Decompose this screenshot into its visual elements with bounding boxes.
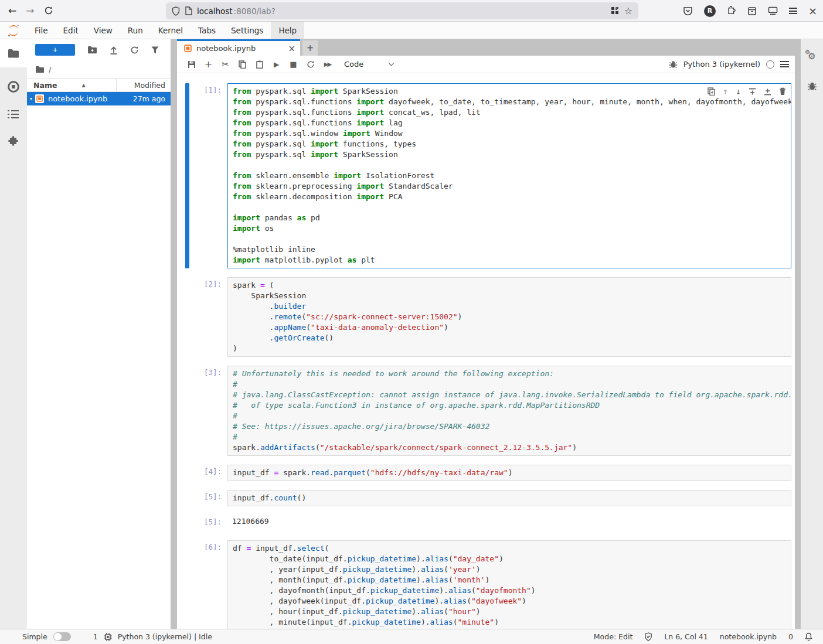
cell-editor[interactable]: from pyspark.sql import SparkSessionfrom… [227, 83, 791, 268]
cut-cell-icon[interactable]: ✂ [217, 59, 234, 70]
column-name[interactable]: Name ▲ [27, 79, 117, 91]
file-list-item[interactable]: • notebook.ipynb 27m ago [27, 92, 171, 105]
cell-editor[interactable]: spark = ( SparkSession .builder .remote(… [227, 277, 791, 357]
unsaved-changes-dot: • [27, 95, 35, 103]
page-info-icon[interactable] [185, 6, 192, 15]
menu-settings[interactable]: Settings [223, 22, 271, 39]
file-list-header: Name ▲ Modified [27, 78, 171, 92]
menu-edit[interactable]: Edit [56, 22, 86, 39]
running-sessions-icon[interactable] [7, 80, 20, 93]
menu-kernel[interactable]: Kernel [151, 22, 191, 39]
app-menu-icon[interactable] [789, 6, 797, 16]
debugger-sidebar-icon[interactable] [807, 81, 817, 91]
cell-toolbar: ↑↓ [704, 86, 786, 97]
restart-run-all-icon[interactable]: ▶▶ [319, 61, 336, 67]
add-cell-icon[interactable]: + [200, 59, 217, 70]
kernel-chip-icon[interactable] [104, 633, 112, 641]
restart-kernel-icon[interactable] [302, 60, 319, 69]
statusbar-filename[interactable]: notebook.ipynb [720, 632, 777, 641]
extension-manager-icon[interactable] [8, 135, 19, 147]
menu-run[interactable]: Run [120, 22, 151, 39]
new-folder-icon[interactable] [87, 46, 97, 54]
code-line: from pyspark.sql.functions import lag [233, 118, 786, 128]
stop-kernel-icon[interactable]: ■ [285, 60, 302, 69]
pocket-icon[interactable] [683, 6, 693, 16]
table-of-contents-icon[interactable] [8, 110, 19, 119]
menu-file[interactable]: File [27, 22, 56, 39]
cell-collapser[interactable] [185, 83, 189, 268]
profile-avatar[interactable]: R [704, 5, 716, 17]
execution-prompt: [1]: [185, 83, 227, 268]
breadcrumb-root[interactable]: / [49, 65, 51, 74]
cell-editor[interactable]: # Unfortunately this is needed to work a… [227, 366, 791, 456]
cell-editor[interactable]: input_df.count() [227, 490, 791, 506]
bookmark-star-icon[interactable]: ☆ [624, 5, 632, 16]
code-line: .remote("sc://spark-connect-server:15002… [233, 312, 786, 322]
debugger-icon[interactable] [669, 60, 678, 69]
back-icon[interactable]: ← [8, 6, 16, 16]
mode-indicator[interactable]: Mode: Edit [594, 632, 632, 641]
code-line: # [233, 379, 786, 390]
filter-icon[interactable] [151, 46, 159, 54]
cell-editor[interactable]: df = input_df.select( to_date(input_df.p… [227, 540, 791, 629]
home-folder-icon[interactable] [35, 66, 45, 73]
code-line: , month(input_df.pickup_datetime).alias(… [233, 575, 786, 585]
execution-prompt: [2]: [185, 277, 227, 357]
code-line: # Unfortunately this is needed to work a… [233, 369, 786, 379]
column-modified[interactable]: Modified [117, 81, 171, 90]
menu-tabs[interactable]: Tabs [191, 22, 223, 39]
insert-cell-above-icon[interactable] [749, 88, 756, 96]
kernel-status-icon[interactable] [766, 60, 774, 69]
code-cell: [6]:df = input_df.select( to_date(input_… [185, 540, 791, 629]
notebook-tab[interactable]: notebook.ipynb × [177, 39, 300, 56]
new-launcher-button[interactable]: + [35, 44, 75, 56]
run-cell-icon[interactable]: ▶ [268, 60, 285, 69]
application-window: ← → localhost:8080/lab? ☆ R [0, 0, 823, 644]
cell-editor[interactable]: input_df = spark.read.parquet("hdfs://hd… [227, 465, 791, 481]
property-inspector-icon[interactable]: ⚙⚙ [808, 52, 815, 61]
kernel-name[interactable]: Python 3 (ipykernel) [683, 60, 760, 69]
new-tab-button[interactable]: + [302, 40, 318, 56]
output-prompt: [5]: [185, 515, 227, 529]
notification-count[interactable]: 0 [788, 632, 793, 641]
refresh-icon[interactable] [130, 46, 139, 54]
toolbar-more-icon[interactable] [780, 60, 789, 69]
window-close-icon[interactable]: × [808, 5, 817, 17]
extension-icon[interactable] [727, 6, 736, 16]
duplicate-cell-icon[interactable] [708, 87, 715, 96]
delete-cell-icon[interactable] [779, 87, 786, 96]
kernel-status-text[interactable]: Python 3 (ipykernel) | Idle [118, 632, 212, 641]
move-cell-up-icon[interactable]: ↑ [723, 86, 728, 97]
paste-cell-icon[interactable] [251, 60, 268, 69]
move-cell-down-icon[interactable]: ↓ [736, 86, 741, 97]
kernel-count[interactable]: 1 [93, 632, 98, 641]
bell-icon[interactable] [805, 632, 812, 641]
code-line: import os [233, 223, 786, 234]
forward-icon[interactable]: → [26, 6, 34, 16]
library-icon[interactable] [747, 6, 757, 16]
save-icon[interactable] [183, 60, 200, 69]
container-tabs-icon[interactable] [611, 6, 620, 15]
insert-cell-below-icon[interactable] [764, 88, 771, 96]
simple-mode-toggle[interactable] [53, 632, 71, 641]
menu-help[interactable]: Help [271, 22, 304, 39]
file-browser-tab[interactable] [0, 39, 27, 67]
menu-view[interactable]: View [86, 22, 120, 39]
shield-icon[interactable] [172, 6, 180, 16]
code-line: , minute(input_df.pickup_datetime).alias… [233, 617, 786, 628]
url-bar[interactable]: localhost:8080/lab? ☆ [166, 2, 638, 19]
code-cell: [5]:input_df.count() [185, 490, 791, 506]
trust-shield-icon[interactable] [644, 632, 652, 641]
upload-icon[interactable] [110, 46, 118, 54]
cell-type-select[interactable]: Code [344, 60, 393, 69]
cursor-position[interactable]: Ln 6, Col 41 [664, 632, 708, 641]
copy-cell-icon[interactable] [234, 60, 251, 69]
tab-close-icon[interactable]: × [288, 43, 295, 54]
code-cell: [1]:from pyspark.sql import SparkSession… [185, 83, 791, 268]
notebook-tab-icon [184, 45, 192, 52]
sidebar-icon[interactable] [768, 6, 778, 15]
url-host: localhost [197, 6, 233, 16]
reload-icon[interactable] [44, 6, 53, 15]
code-line: # [233, 411, 786, 421]
code-line: spark.addArtifacts("/stackable/spark/con… [233, 442, 786, 453]
